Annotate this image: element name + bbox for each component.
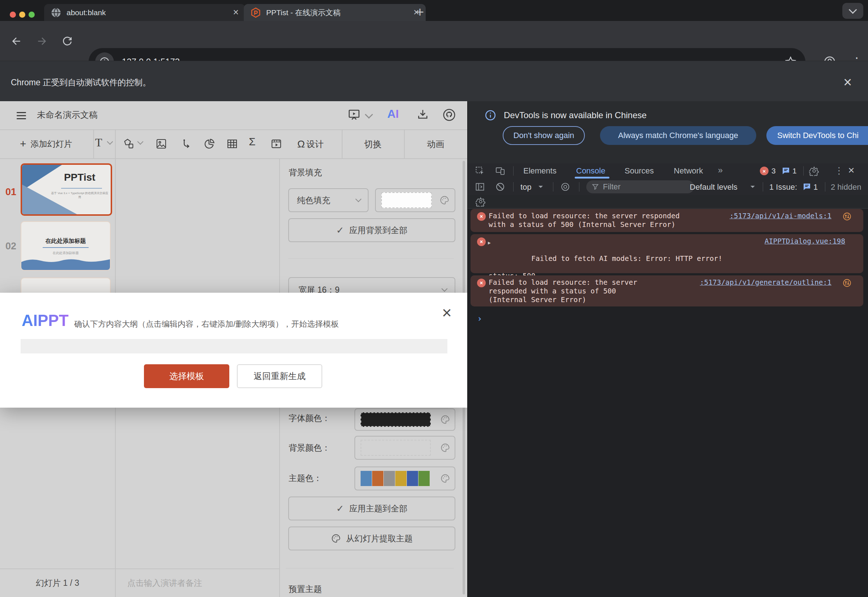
console-settings-gear-icon[interactable] [476,197,486,207]
speaker-notes-placeholder[interactable]: 点击输入演讲者备注 [127,578,202,589]
slide-rule [43,247,89,248]
console-prompt-icon[interactable]: › [477,314,482,324]
maximize-window-button[interactable] [28,12,35,18]
back-icon[interactable] [10,36,22,47]
infobar-close-icon[interactable]: × [843,74,852,91]
console-error-1[interactable]: × Failed to load resource: the server re… [470,209,863,232]
palette-icon[interactable] [440,414,450,425]
console-filter-input[interactable]: Filter [586,180,694,193]
shape-tool-icon[interactable] [123,138,134,150]
switch-language-button[interactable]: Switch DevTools to Chi [766,126,868,145]
apply-background-all-button[interactable]: ✓ 应用背景到全部 [288,218,456,242]
network-request-icon[interactable] [842,212,852,221]
match-language-button[interactable]: Always match Chrome's language [600,126,756,145]
slide-rule [61,188,102,189]
console-error-3[interactable]: × Failed to load resource: the server re… [470,275,863,306]
image-tool-icon[interactable] [155,138,167,150]
theme-swatch [395,471,406,486]
tab-sources[interactable]: Sources [625,163,654,178]
fill-type-select[interactable]: 纯色填充 [288,188,369,212]
issue-badge-icon[interactable] [782,166,790,175]
slide-title: 在此处添加标题 [21,238,110,245]
text-tool-icon[interactable]: T [95,136,102,149]
close-tab-icon[interactable]: × [233,7,239,17]
dismiss-button[interactable]: Don't show again [503,126,585,145]
banner-message: DevTools is now available in Chinese [504,110,647,120]
console-error-2[interactable]: × ▶ Failed to fetch AI models: Error: HT… [470,234,863,273]
reload-icon[interactable] [61,36,73,47]
line-tool-icon[interactable] [181,138,192,150]
slide-bg-color-picker[interactable] [354,436,456,460]
palette-icon[interactable] [439,195,450,205]
tab-console[interactable]: Console [576,163,606,178]
present-options-chevron-icon[interactable] [365,111,373,119]
screen: about:blank × PPTist - 在线演示文稿 × + [0,0,868,597]
source-link[interactable]: AIPPTDialog.vue:198 [765,237,845,246]
aippt-logo: AIPPT [22,312,69,330]
console-sidebar-icon[interactable] [475,182,485,192]
ai-button[interactable]: AI [387,107,399,121]
context-selector[interactable]: top [520,183,532,192]
formula-tool-icon[interactable]: Σ [249,135,256,148]
tab-network[interactable]: Network [674,163,703,178]
preset-theme-title: 预置主题 [289,584,322,595]
github-icon[interactable] [442,108,456,122]
chart-tool-icon[interactable] [204,138,215,150]
source-link[interactable]: :5173/api/v1/generate/outline:1 [700,278,831,287]
devtools-tabbar: Elements Console Sources Network » × 3 1… [467,163,868,179]
source-link[interactable]: :5173/api/v1/ai-models:1 [730,212,831,220]
chevron-down-icon[interactable] [137,139,144,145]
new-tab-button[interactable]: + [416,4,424,20]
filter-placeholder: Filter [603,182,621,192]
tab-animation[interactable]: 动画 [404,129,467,159]
theme-color-label: 主题色： [289,473,322,484]
table-tool-icon[interactable] [226,138,238,150]
live-expression-icon[interactable] [560,182,570,192]
inspect-element-icon[interactable] [475,166,485,176]
network-request-icon[interactable] [842,278,852,288]
palette-icon[interactable] [440,443,450,453]
slide-thumbnail-2[interactable]: 在此处添加标题 在此处添加副标题 [21,221,111,271]
dialog-description: 确认下方内容大纲（点击编辑内容，右键添加/删除大纲项），开始选择模板 [74,319,339,330]
tab-elements[interactable]: Elements [523,163,557,178]
font-color-picker[interactable] [354,408,456,431]
chevron-down-icon[interactable] [107,139,113,145]
main-menu-icon[interactable] [15,110,27,122]
devtools-menu-icon[interactable]: ⋮ [834,165,844,176]
theme-colors-picker[interactable] [354,466,456,490]
forward-icon[interactable] [36,36,48,47]
filter-funnel-icon [591,183,599,191]
choose-template-button[interactable]: 选择模板 [144,364,229,388]
present-icon[interactable] [348,108,360,121]
tab-transition[interactable]: 切换 [342,129,404,159]
theme-swatch [360,471,372,486]
background-color-picker[interactable] [375,188,456,212]
expand-triangle-icon[interactable]: ▶ [488,239,491,247]
slide-thumbnail-1[interactable]: PPTist 基于 Vue 3.x + TypeScript 的在线演示文稿应用 [21,163,112,216]
extract-theme-button[interactable]: 从幻灯片提取主题 [288,527,456,550]
clear-console-icon[interactable] [495,182,505,192]
outline-area[interactable] [21,339,447,353]
dialog-close-icon[interactable]: × [442,304,452,321]
minimize-window-button[interactable] [19,12,25,18]
issue-badge-icon [802,183,811,191]
palette-icon[interactable] [440,474,450,484]
error-badge-icon[interactable]: × [760,166,768,175]
more-tabs-icon[interactable]: » [718,165,723,175]
document-title[interactable]: 未命名演示文稿 [37,109,98,121]
regenerate-button[interactable]: 返回重新生成 [237,364,322,388]
slide-subtitle: 在此处添加副标题 [21,251,110,255]
tab-search-button[interactable] [842,3,863,19]
log-levels-selector[interactable]: Default levels [690,183,737,192]
browser-tab-pptist[interactable]: PPTist - 在线演示文稿 × [244,4,426,21]
close-window-button[interactable] [10,12,16,18]
export-download-icon[interactable] [417,108,429,121]
devtools-close-icon[interactable]: × [848,164,855,176]
browser-tab-about-blank[interactable]: about:blank × [44,4,245,21]
apply-theme-all-button[interactable]: ✓ 应用主题到全部 [288,496,456,520]
settings-gear-icon[interactable] [809,166,819,176]
device-toolbar-icon[interactable] [495,166,505,176]
issues-label[interactable]: 1 Issue: [769,183,797,192]
add-slide-button[interactable]: + 添加幻灯片 [20,129,72,158]
tab-design[interactable]: Ω 设计 [279,129,342,159]
